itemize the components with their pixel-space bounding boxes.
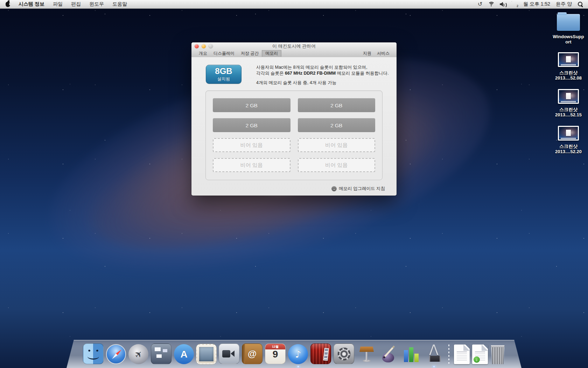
- memory-slot-7: 비어 있음: [213, 158, 290, 172]
- dock-icon-mission-control[interactable]: [151, 343, 172, 364]
- desktop-icon-windowssupport-folder[interactable]: WindowsSupp ort: [553, 13, 584, 45]
- screenshot2-label-line1: 스크린샷: [555, 107, 582, 112]
- memory-slot-6: 비어 있음: [298, 138, 376, 152]
- memory-slot-5: 비어 있음: [213, 138, 290, 152]
- menu-clock[interactable]: 월 오후 1:52: [523, 1, 550, 7]
- dock-icon-address-book[interactable]: @: [242, 343, 262, 364]
- tab-overview[interactable]: 개요: [196, 50, 210, 57]
- memory-size: 8GB: [215, 67, 232, 76]
- screenshot1-label-line1: 스크린샷: [555, 70, 582, 75]
- about-this-mac-window: 이 매킨토시에 관하여 개요 디스플레이 저장 공간 메모리 지원 서비스 8G…: [191, 42, 397, 196]
- dock-icon-safari[interactable]: [106, 344, 126, 364]
- dock-icon-system-preferences[interactable]: [334, 343, 354, 364]
- dock-icon-pages[interactable]: [379, 344, 399, 364]
- rocket-icon: ✈: [124, 340, 153, 368]
- music-note-glyph: ♪: [295, 349, 301, 360]
- screenshot3-label-line1: 스크린샷: [555, 144, 582, 149]
- desktop-icon-screenshot-2[interactable]: 스크린샷 2013....52.15: [555, 89, 582, 117]
- desktop: 시스템 정보 파일 편집 윈도우 도움말 ↺ 2 월 오후 1:52 윤주 양 …: [0, 0, 588, 368]
- title-bar[interactable]: 이 매킨토시에 관하여: [191, 42, 397, 50]
- dock-icon-photo-booth[interactable]: [310, 343, 331, 364]
- dock-icon-finder[interactable]: [83, 343, 104, 364]
- volume-icon[interactable]: [500, 2, 506, 7]
- podium-base: [363, 360, 371, 362]
- folder-label-line1: WindowsSupp: [553, 34, 584, 39]
- caliper-icon: Λ: [424, 342, 444, 358]
- tab-displays[interactable]: 디스플레이: [210, 50, 238, 57]
- dock-icon-trash[interactable]: [490, 345, 505, 364]
- memory-slot-4: 2 GB: [298, 118, 376, 132]
- memory-slot-8: 비어 있음: [298, 158, 376, 172]
- screenshot3-label-line2: 2013....52.20: [555, 149, 582, 154]
- menu-help[interactable]: 도움말: [112, 1, 127, 7]
- dock-icon-itunes[interactable]: ♪: [288, 344, 308, 364]
- menu-app-name[interactable]: 시스템 정보: [19, 1, 44, 7]
- time-machine-icon[interactable]: ↺: [478, 2, 482, 7]
- dock-icon-app-store[interactable]: A: [174, 344, 194, 364]
- menu-bar: 시스템 정보 파일 편집 윈도우 도움말 ↺ 2 월 오후 1:52 윤주 양: [0, 0, 588, 9]
- memory-pane: 8GB 설치됨 사용자의 Mac에는 8개의 메모리 슬롯이 포함되어 있으며,…: [191, 57, 397, 196]
- screenshot2-label-line2: 2013....52.15: [555, 112, 582, 117]
- service-link[interactable]: 서비스: [374, 50, 392, 57]
- user-menu[interactable]: 윤주 양: [556, 1, 572, 7]
- calendar-day-number: 9: [265, 349, 285, 360]
- dock-icon-install-document[interactable]: [472, 345, 488, 364]
- memory-slot-3: 2 GB: [213, 118, 290, 132]
- dock-icon-facetime[interactable]: [219, 343, 239, 364]
- input-source-badge: 2: [517, 4, 518, 8]
- zoom-button-disabled: [209, 44, 213, 48]
- apple-menu-icon[interactable]: [6, 2, 10, 7]
- korean-input-source-icon[interactable]: 2: [512, 1, 518, 7]
- support-link[interactable]: 지원: [360, 50, 374, 57]
- dock-icon-ical[interactable]: 12월 9: [265, 343, 286, 364]
- dock-icon-numbers[interactable]: [401, 344, 421, 364]
- memory-description: 사용자의 Mac에는 8개의 메모리 슬롯이 포함되어 있으며, 각각의 슬롯은…: [256, 64, 389, 86]
- memory-slots-panel: 2 GB 2 GB 2 GB 2 GB 비어 있음 비어 있음 비어 있음 비어…: [205, 90, 383, 180]
- window-title: 이 매킨토시에 관하여: [191, 43, 397, 49]
- menu-window[interactable]: 윈도우: [89, 1, 104, 7]
- dock-icon-document[interactable]: [454, 345, 470, 364]
- folder-label-line2: ort: [553, 39, 584, 45]
- menu-file[interactable]: 파일: [53, 1, 63, 7]
- desktop-icon-screenshot-3[interactable]: 스크린샷 2013....52.20: [555, 126, 582, 154]
- folder-icon: [557, 14, 580, 31]
- running-indicator: [296, 366, 300, 367]
- toolbar-tabs: 개요 디스플레이 저장 공간 메모리 지원 서비스: [191, 50, 397, 57]
- screenshot-file-icon: [558, 126, 579, 141]
- spotlight-icon[interactable]: [578, 1, 583, 7]
- app-store-a-glyph: A: [180, 349, 187, 360]
- memory-upgrade-link-label: 메모리 업그레이드 지침: [339, 186, 385, 192]
- dock-icon-launchpad[interactable]: ✈: [128, 344, 148, 364]
- memory-description-line1: 사용자의 Mac에는 8개의 메모리 슬롯이 포함되어 있으며,: [256, 64, 389, 70]
- memory-usage-summary: 4개의 메모리 슬롯 사용 중, 4개 사용 가능: [256, 80, 389, 86]
- running-indicator: [432, 366, 435, 367]
- screenshot-file-icon: [558, 52, 579, 67]
- dock-icon-system-information[interactable]: Λ: [424, 344, 444, 364]
- installed-memory-badge: 8GB 설치됨: [206, 65, 241, 84]
- desktop-icon-screenshot-1[interactable]: 스크린샷 2013....52.08: [555, 52, 582, 81]
- memory-size-caption: 설치됨: [217, 76, 230, 82]
- minimize-button[interactable]: [202, 44, 206, 48]
- screenshot1-label-line2: 2013....52.08: [555, 75, 582, 81]
- dock-icon-mail[interactable]: [196, 344, 216, 364]
- dock-icon-keynote[interactable]: [357, 344, 377, 364]
- memory-upgrade-link[interactable]: → 메모리 업그레이드 지침: [331, 186, 385, 192]
- memory-slot-2: 2 GB: [298, 98, 376, 112]
- window-chrome: 이 매킨토시에 관하여 개요 디스플레이 저장 공간 메모리 지원 서비스: [191, 42, 397, 57]
- arrow-circle-icon: →: [331, 186, 337, 191]
- dock-separator: [448, 345, 449, 364]
- memory-description-line2: 각각의 슬롯은 667 MHz DDR2 FB-DIMM 메모리 모듈을 허용합…: [256, 70, 389, 76]
- close-button[interactable]: [195, 44, 199, 48]
- menu-edit[interactable]: 편집: [71, 1, 81, 7]
- memory-slot-1: 2 GB: [213, 98, 290, 112]
- wifi-icon[interactable]: [488, 2, 494, 7]
- desktop-icons-column: WindowsSupp ort 스크린샷 2013....52.08 스크린샷 …: [551, 13, 586, 154]
- tab-memory[interactable]: 메모리: [262, 50, 281, 57]
- tab-storage[interactable]: 저장 공간: [238, 50, 262, 57]
- dock: ✈ A @ 12월 9 ♪ Λ: [66, 340, 522, 368]
- at-sign-glyph: @: [248, 348, 257, 359]
- screenshot-file-icon: [558, 89, 579, 104]
